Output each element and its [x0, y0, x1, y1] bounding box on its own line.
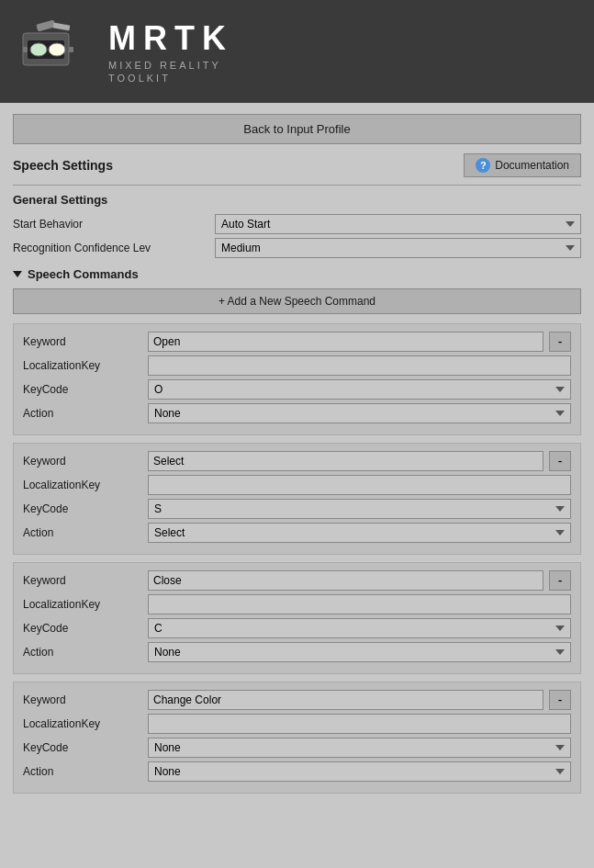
keyword-input-2[interactable]	[148, 570, 544, 591]
localization-row-1: LocalizationKey	[23, 475, 571, 495]
keyword-label-1: Keyword	[23, 455, 142, 468]
speech-commands-header: Speech Commands	[13, 267, 581, 281]
command-card-0: Keyword - LocalizationKey KeyCode O Acti…	[13, 323, 581, 435]
svg-point-3	[49, 43, 65, 56]
general-settings-title: General Settings	[13, 193, 581, 207]
svg-rect-7	[53, 22, 71, 30]
action-row-0: Action None Select	[23, 403, 571, 423]
keycode-select-1[interactable]: S	[148, 499, 571, 519]
keyword-input-0[interactable]	[148, 332, 544, 352]
localization-input-0[interactable]	[148, 355, 571, 376]
remove-button-0[interactable]: -	[549, 332, 571, 352]
keyword-label-0: Keyword	[23, 335, 142, 348]
keyword-input-3[interactable]	[148, 690, 544, 710]
keycode-row-1: KeyCode S	[23, 499, 571, 519]
add-speech-command-button[interactable]: + Add a New Speech Command	[13, 288, 581, 314]
localization-row-3: LocalizationKey	[23, 714, 571, 734]
remove-button-3[interactable]: -	[549, 690, 571, 710]
localization-label-1: LocalizationKey	[23, 479, 142, 491]
localization-input-1[interactable]	[148, 475, 571, 495]
localization-label-2: LocalizationKey	[23, 598, 142, 611]
speech-settings-header-row: Speech Settings ? Documentation	[13, 153, 581, 177]
action-row-3: Action None Select	[23, 761, 571, 782]
start-behavior-label: Start Behavior	[13, 218, 215, 231]
main-content: Back to Input Profile Speech Settings ? …	[0, 103, 594, 812]
recognition-confidence-select[interactable]: High Medium Low Unknown	[215, 238, 581, 258]
brand-text: MRTK MIXED REALITY TOOLKIT	[108, 19, 233, 84]
command-card-3: Keyword - LocalizationKey KeyCode None A…	[13, 682, 581, 794]
keycode-label-1: KeyCode	[23, 502, 142, 515]
keyword-input-1[interactable]	[148, 451, 544, 471]
action-row-2: Action None Select	[23, 642, 571, 662]
recognition-confidence-row: Recognition Confidence Lev High Medium L…	[13, 238, 581, 258]
documentation-button[interactable]: ? Documentation	[464, 153, 581, 177]
recognition-confidence-label: Recognition Confidence Lev	[13, 242, 215, 254]
keycode-select-3[interactable]: None	[148, 738, 571, 758]
svg-point-2	[30, 43, 47, 56]
svg-rect-5	[69, 47, 73, 52]
remove-button-2[interactable]: -	[549, 570, 571, 591]
keycode-select-2[interactable]: C	[148, 618, 571, 638]
keycode-row-0: KeyCode O	[23, 379, 571, 400]
keyword-label-3: Keyword	[23, 693, 142, 706]
keycode-row-3: KeyCode None	[23, 738, 571, 758]
localization-row-2: LocalizationKey	[23, 594, 571, 614]
command-card-1: Keyword - LocalizationKey KeyCode S Acti…	[13, 443, 581, 555]
keycode-row-2: KeyCode C	[23, 618, 571, 638]
action-select-0[interactable]: None Select	[148, 403, 571, 423]
remove-button-1[interactable]: -	[549, 451, 571, 471]
keyword-row-3: Keyword -	[23, 690, 571, 710]
localization-label-3: LocalizationKey	[23, 717, 142, 730]
keyword-row-0: Keyword -	[23, 332, 571, 352]
command-card-2: Keyword - LocalizationKey KeyCode C Acti…	[13, 562, 581, 674]
action-select-1[interactable]: None Select	[148, 523, 571, 543]
doc-button-label: Documentation	[495, 159, 569, 172]
brand-subtitle-line2: TOOLKIT	[108, 73, 233, 84]
speech-settings-title: Speech Settings	[13, 158, 113, 173]
svg-rect-6	[36, 20, 55, 32]
mrtk-logo-icon	[18, 15, 92, 88]
header: MRTK MIXED REALITY TOOLKIT	[0, 0, 594, 103]
start-behavior-row: Start Behavior Auto Start Manual Start	[13, 214, 581, 234]
localization-row-0: LocalizationKey	[23, 355, 571, 376]
action-label-3: Action	[23, 765, 142, 778]
svg-rect-4	[23, 47, 28, 52]
keycode-select-0[interactable]: O	[148, 379, 571, 400]
brand-subtitle-line1: MIXED REALITY	[108, 60, 233, 71]
keycode-label-0: KeyCode	[23, 383, 142, 396]
collapse-triangle-icon	[13, 271, 22, 277]
section-divider	[13, 185, 581, 186]
speech-commands-title: Speech Commands	[28, 267, 139, 281]
action-label-2: Action	[23, 646, 142, 659]
localization-input-3[interactable]	[148, 714, 571, 734]
keyword-row-2: Keyword -	[23, 570, 571, 591]
keycode-label-3: KeyCode	[23, 741, 142, 754]
keyword-row-1: Keyword -	[23, 451, 571, 471]
action-select-3[interactable]: None Select	[148, 761, 571, 782]
localization-label-0: LocalizationKey	[23, 359, 142, 372]
action-label-0: Action	[23, 407, 142, 420]
keycode-label-2: KeyCode	[23, 622, 142, 635]
doc-info-icon: ?	[476, 158, 490, 173]
start-behavior-select[interactable]: Auto Start Manual Start	[215, 214, 581, 234]
action-label-1: Action	[23, 526, 142, 539]
localization-input-2[interactable]	[148, 594, 571, 614]
brand-title: MRTK	[108, 19, 233, 58]
keyword-label-2: Keyword	[23, 574, 142, 587]
action-row-1: Action None Select	[23, 523, 571, 543]
action-select-2[interactable]: None Select	[148, 642, 571, 662]
back-to-input-profile-button[interactable]: Back to Input Profile	[13, 114, 581, 144]
